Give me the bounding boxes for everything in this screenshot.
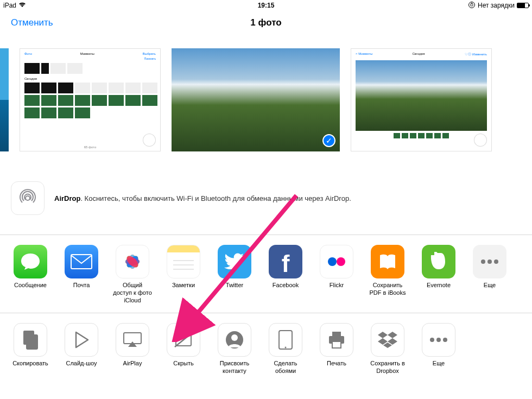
mail-icon [65, 245, 98, 278]
photo-thumbnail[interactable] [0, 48, 9, 151]
svg-point-28 [285, 347, 287, 349]
action-wallpaper[interactable]: Сделать обоями [266, 323, 305, 375]
svg-point-14 [328, 257, 337, 266]
share-messages[interactable]: Сообщение [11, 245, 50, 304]
copy-icon [14, 323, 47, 357]
svg-rect-31 [332, 341, 341, 348]
airdrop-row[interactable]: AirDrop. Коснитесь, чтобы включить Wi-Fi… [0, 165, 532, 235]
share-mail[interactable]: Почта [62, 245, 101, 304]
device-label: iPad [3, 2, 16, 9]
svg-rect-29 [332, 332, 341, 336]
share-apps-row: Сообщение Почта [0, 235, 532, 313]
charging-text: Нет зарядки [478, 2, 515, 9]
page-title: 1 фото [250, 17, 281, 28]
action-airplay[interactable]: AirPlay [113, 323, 152, 375]
svg-point-17 [487, 259, 492, 264]
action-assign-contact[interactable]: Присвоить контакту [215, 323, 254, 375]
svg-point-18 [494, 259, 498, 264]
play-icon [65, 323, 98, 357]
svg-rect-2 [71, 255, 92, 269]
svg-rect-21 [27, 335, 37, 349]
evernote-icon [422, 245, 455, 278]
airplay-icon [116, 323, 149, 357]
svg-point-15 [337, 257, 345, 266]
action-row: Скопировать Слайд-шоу AirPlay Скрыть При… [0, 313, 532, 384]
svg-rect-27 [279, 331, 292, 349]
svg-point-26 [231, 334, 238, 341]
more-icon [473, 245, 506, 278]
more-icon [422, 323, 455, 357]
dropbox-icon [371, 323, 404, 357]
action-copy[interactable]: Скопировать [11, 323, 50, 375]
wifi-icon [18, 2, 26, 9]
share-twitter[interactable]: Twitter [215, 245, 254, 304]
airdrop-icon [11, 181, 45, 215]
share-flickr[interactable]: Flickr [317, 245, 356, 304]
twitter-icon [218, 245, 251, 278]
photos-carousel[interactable]: ФотоМоментыВыбрать Показать Сегодня 65 ф… [0, 35, 532, 165]
action-hide[interactable]: Скрыть [164, 323, 203, 375]
notes-icon [167, 245, 200, 278]
print-icon [320, 323, 353, 357]
svg-point-32 [430, 338, 434, 342]
ibooks-icon [371, 245, 404, 278]
messages-icon [14, 245, 47, 278]
hide-icon [167, 323, 200, 357]
action-slideshow[interactable]: Слайд-шоу [62, 323, 101, 375]
svg-point-33 [436, 338, 441, 342]
status-time: 19:15 [258, 2, 275, 9]
share-sheet: AirDrop. Коснитесь, чтобы включить Wi-Fi… [0, 165, 532, 384]
facebook-icon: f [269, 245, 302, 278]
photos-icon [116, 245, 149, 278]
orientation-lock-icon [468, 1, 476, 10]
photo-thumbnail[interactable]: ФотоМоментыВыбрать Показать Сегодня 65 ф… [20, 48, 161, 151]
flickr-icon [320, 245, 353, 278]
share-icloud-photo[interactable]: Общий доступ к фото iCloud [113, 245, 152, 304]
action-dropbox[interactable]: Сохранить в Dropbox [368, 323, 407, 375]
airdrop-text: AirDrop. Коснитесь, чтобы включить Wi-Fi… [54, 194, 351, 202]
svg-point-16 [481, 259, 485, 264]
selection-badge[interactable] [474, 134, 487, 147]
svg-line-24 [175, 333, 192, 347]
nav-bar: Отменить 1 фото [0, 11, 532, 35]
share-ibooks[interactable]: Сохранить PDF в iBooks [368, 245, 407, 304]
selection-badge[interactable] [143, 134, 156, 147]
status-bar: iPad 19:15 Нет зарядки [0, 0, 532, 11]
selection-badge-checked[interactable]: ✓ [322, 134, 335, 147]
share-evernote[interactable]: Evernote [419, 245, 458, 304]
action-print[interactable]: Печать [317, 323, 356, 375]
svg-point-1 [26, 196, 30, 200]
photo-thumbnail-selected[interactable]: ✓ [172, 48, 340, 151]
action-more[interactable]: Еще [419, 323, 458, 375]
photo-thumbnail[interactable]: < МоментыСегодня♡ ⓘ Изменить [351, 48, 492, 151]
share-facebook[interactable]: f Facebook [266, 245, 305, 304]
share-more[interactable]: Еще [470, 245, 509, 304]
share-notes[interactable]: Заметки [164, 245, 203, 304]
svg-point-34 [443, 338, 447, 342]
battery-icon [517, 3, 529, 8]
contact-icon [218, 323, 251, 357]
wallpaper-icon [269, 323, 302, 357]
cancel-button[interactable]: Отменить [11, 17, 53, 28]
